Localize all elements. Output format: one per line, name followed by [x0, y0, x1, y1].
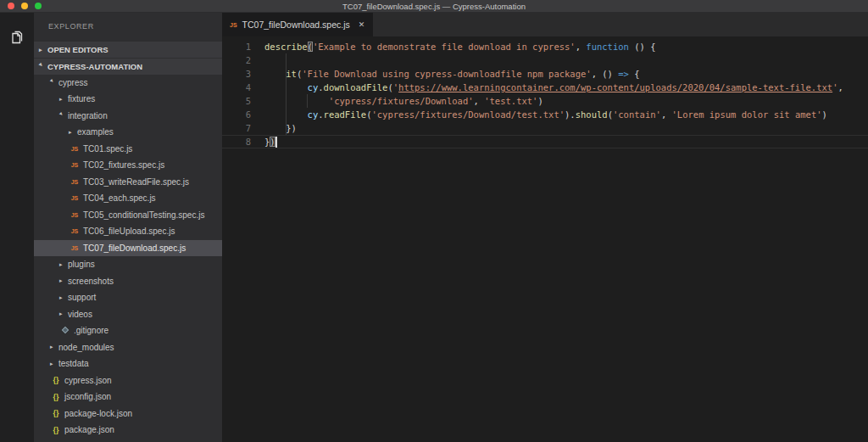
code-token: ,	[661, 109, 672, 120]
tree-item-node-modules[interactable]: ▸node_modules	[34, 339, 222, 356]
tree-item-cypress-json[interactable]: {}cypress.json	[34, 372, 222, 389]
tree-item-examples[interactable]: ▸examples	[34, 124, 222, 141]
close-tab-icon[interactable]: ✕	[359, 20, 365, 29]
tree-item-gitignore[interactable]: .gitignore	[34, 322, 222, 339]
section-open-editors[interactable]: ▸ OPEN EDITORS	[34, 42, 222, 58]
code-line-6[interactable]: 6 cy.readFile('cypress/fixtures/Download…	[222, 108, 868, 121]
tree-item-tc05-conditionaltesting-spec-js[interactable]: JSTC05_conditionalTesting.spec.js	[34, 207, 222, 224]
sidebar-title: EXPLORER	[34, 13, 222, 42]
tree-item-label: TC01.spec.js	[83, 144, 132, 154]
files-icon	[8, 29, 25, 46]
tree-item-tc06-fileupload-spec-js[interactable]: JSTC06_fileUpload.spec.js	[34, 223, 222, 240]
tree-item-testdata[interactable]: ▸testdata	[34, 355, 222, 372]
code-token: it	[286, 69, 297, 79]
code-token: {	[629, 69, 640, 79]
tree-item-label: videos	[68, 310, 92, 319]
tree-item-label: cypress.json	[64, 376, 112, 385]
code-token: 'test.txt'	[484, 96, 537, 106]
chevron-right-icon: ▸	[59, 294, 68, 301]
json-file-icon: {}	[50, 409, 62, 417]
activity-bar	[0, 13, 34, 442]
tree-item-label: TC06_fileUpload.spec.js	[83, 227, 175, 236]
explorer-sidebar: EXPLORER ▸ OPEN EDITORS ▸ CYPRESS-AUTOMA…	[34, 13, 222, 442]
tree-item-jsconfig-json[interactable]: {}jsconfig.json	[34, 389, 222, 406]
code-line-1[interactable]: 1describe('Example to demonstrate file d…	[222, 40, 868, 53]
code-line-2[interactable]: 2	[222, 53, 868, 67]
line-number: 1	[222, 40, 251, 53]
chevron-right-icon: ▸	[50, 344, 58, 350]
code-line-7[interactable]: 7 })	[222, 121, 868, 135]
tree-item-label: screenshots	[68, 277, 114, 286]
tree-item-cypress[interactable]: ▸cypress	[34, 75, 222, 92]
tree-item-videos[interactable]: ▸videos	[34, 306, 222, 323]
chevron-right-icon: ▸	[59, 96, 68, 103]
json-file-icon: {}	[50, 376, 62, 384]
line-content: cy.readFile('cypress/fixtures/Download/t…	[251, 108, 827, 121]
code-token: 'File Download using cypress-downloadfil…	[302, 69, 591, 79]
code-token: 'contain'	[613, 109, 661, 120]
tree-item-tc04-each-spec-js[interactable]: JSTC04_each.spec.js	[34, 190, 222, 207]
tree-item-label: TC03_writeReadFile.spec.js	[83, 177, 189, 187]
tree-item-plugins[interactable]: ▸plugins	[34, 256, 222, 273]
code-token: 'Lorem ipsum dolor sit amet'	[672, 109, 822, 120]
tree-item-label: integration	[68, 111, 108, 120]
title-bar: TC07_fileDownload.spec.js — Cypress-Auto…	[0, 0, 868, 13]
file-tree: ▸cypress▸fixtures▸integration▸examplesJS…	[34, 75, 222, 439]
code-token: )	[270, 137, 275, 147]
js-file-icon: JS	[69, 179, 81, 185]
json-file-icon: {}	[50, 393, 62, 401]
tree-item-tc07-filedownload-spec-js[interactable]: JSTC07_fileDownload.spec.js	[34, 240, 222, 257]
tree-item-label: TC05_conditionalTesting.spec.js	[83, 210, 204, 220]
line-content: })	[251, 135, 277, 148]
tree-item-label: jsconfig.json	[64, 392, 111, 401]
tree-item-tc02-fixtures-spec-js[interactable]: JSTC02_fixtures.spec.js	[34, 157, 222, 174]
tree-item-label: TC02_fixtures.spec.js	[83, 160, 164, 170]
tree-item-package-lock-json[interactable]: {}package-lock.json	[34, 406, 222, 422]
code-token: =>	[618, 69, 629, 79]
code-token: })	[264, 123, 297, 133]
line-number: 3	[222, 67, 251, 81]
chevron-right-icon: ▸	[50, 361, 58, 367]
tree-item-label: testdata	[58, 359, 89, 368]
code-token: 'Example to demonstrate file download in…	[313, 42, 576, 52]
code-token: cy	[308, 109, 319, 120]
js-file-icon: JS	[230, 22, 237, 28]
code-token	[264, 109, 308, 120]
tree-item-integration[interactable]: ▸integration	[34, 108, 222, 125]
chevron-right-icon: ▸	[59, 311, 68, 317]
tree-item-support[interactable]: ▸support	[34, 289, 222, 306]
code-token: ,	[576, 42, 587, 52]
code-line-3[interactable]: 3 it('File Download using cypress-downlo…	[222, 67, 868, 81]
json-file-icon: {}	[50, 426, 62, 434]
code-token: ,	[837, 82, 843, 92]
tree-item-screenshots[interactable]: ▸screenshots	[34, 273, 222, 290]
code-line-5[interactable]: 5 'cypress/fixtures/Download', 'test.txt…	[222, 94, 868, 108]
code-editor[interactable]: 1describe('Example to demonstrate file d…	[222, 36, 868, 442]
tree-item-label: support	[68, 293, 96, 302]
code-token: 'cypress/fixtures/Download'	[329, 96, 474, 106]
tree-item-tc03-writereadfile-spec-js[interactable]: JSTC03_writeReadFile.spec.js	[34, 174, 222, 191]
tree-item-tc01-spec-js[interactable]: JSTC01.spec.js	[34, 141, 222, 158]
code-token: () {	[629, 42, 656, 52]
tree-item-label: fixtures	[68, 94, 95, 104]
git-file-icon	[59, 326, 71, 335]
code-line-8[interactable]: 8})	[222, 135, 868, 148]
chevron-right-icon: ▸	[39, 47, 47, 53]
section-cypress-automation[interactable]: ▸ CYPRESS-AUTOMATION	[34, 59, 222, 75]
code-token: describe	[264, 42, 308, 52]
line-number: 8	[222, 135, 251, 148]
editor-group: JS TC07_fileDownload.spec.js ✕ 1describe…	[222, 13, 868, 442]
line-content: })	[251, 121, 297, 135]
code-token: function	[586, 42, 629, 52]
link-text: https://www.learningcontainer.com/wp-con…	[398, 82, 832, 92]
code-token	[264, 96, 329, 106]
tree-item-fixtures[interactable]: ▸fixtures	[34, 91, 222, 108]
code-token: , ()	[592, 69, 619, 79]
js-file-icon: JS	[69, 146, 81, 152]
tree-item-package-json[interactable]: {}package.json	[34, 422, 222, 439]
code-line-4[interactable]: 4 cy.downloadFile('https://www.learningc…	[222, 81, 868, 94]
tab-tc07-filedownload[interactable]: JS TC07_fileDownload.spec.js ✕	[222, 13, 373, 36]
explorer-icon[interactable]	[0, 21, 34, 53]
chevron-right-icon: ▸	[69, 129, 77, 136]
line-number: 5	[222, 94, 251, 108]
